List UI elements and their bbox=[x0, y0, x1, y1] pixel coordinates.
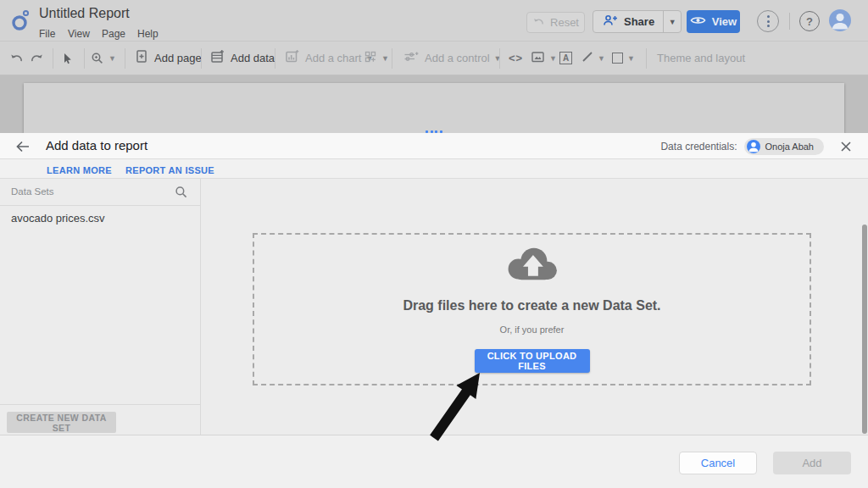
reset-button[interactable]: Reset bbox=[526, 12, 585, 33]
panel-title: Add data to report bbox=[46, 138, 147, 152]
theme-and-layout-button[interactable]: Theme and layout bbox=[657, 42, 745, 75]
add-data-panel: Add data to report Data credentials: Ono… bbox=[0, 133, 868, 488]
community-viz-caret: ▼ bbox=[381, 54, 389, 63]
image-icon bbox=[531, 50, 545, 67]
reset-undo-icon bbox=[532, 16, 545, 30]
click-to-upload-button[interactable]: CLICK TO UPLOAD FILES bbox=[475, 349, 590, 373]
create-new-dataset-button[interactable]: CREATE NEW DATA SET bbox=[7, 412, 116, 433]
embed-code-icon: <> bbox=[509, 52, 523, 64]
add-control-icon bbox=[403, 50, 419, 67]
cancel-button[interactable]: Cancel bbox=[679, 452, 757, 474]
help-button[interactable]: ? bbox=[799, 11, 820, 31]
close-icon[interactable] bbox=[836, 136, 856, 157]
shape-caret: ▼ bbox=[627, 54, 635, 63]
panel-header: Add data to report Data credentials: Ono… bbox=[0, 133, 868, 159]
text-box-icon: A bbox=[559, 52, 572, 64]
connector-links-row: LEARN MORE REPORT AN ISSUE bbox=[0, 159, 868, 179]
add-chart-icon bbox=[285, 49, 299, 67]
file-upload-dropzone[interactable]: Drag files here to create a new Data Set… bbox=[253, 233, 811, 385]
embed-url-button[interactable]: <> bbox=[509, 42, 523, 75]
vertical-scrollbar[interactable] bbox=[862, 225, 867, 434]
datasets-sidebar: Data Sets avocado prices.csv CREATE NEW … bbox=[0, 179, 201, 435]
add-data-icon bbox=[210, 49, 225, 67]
eye-icon bbox=[690, 15, 706, 28]
add-chart-button[interactable]: Add a chart ▼ bbox=[285, 42, 373, 75]
credentials-avatar bbox=[747, 140, 760, 153]
add-data-button[interactable]: Add data bbox=[210, 42, 275, 75]
zoom-dropdown-caret[interactable]: ▼ bbox=[108, 54, 116, 63]
app-header: Untitled Report File View Page Help Rese… bbox=[0, 0, 868, 41]
dropzone-heading: Drag files here to create a new Data Set… bbox=[403, 298, 660, 313]
line-caret: ▼ bbox=[598, 54, 605, 63]
shape-rectangle-icon bbox=[612, 53, 623, 64]
share-button-group: Share ▼ bbox=[593, 10, 682, 33]
account-avatar[interactable] bbox=[829, 9, 851, 31]
redo-button[interactable] bbox=[30, 42, 44, 75]
menu-file[interactable]: File bbox=[39, 28, 55, 40]
datasets-search-label: Data Sets bbox=[11, 186, 54, 197]
credentials-owner-chip[interactable]: Onoja Abah bbox=[744, 138, 825, 155]
report-an-issue-link[interactable]: REPORT AN ISSUE bbox=[125, 167, 214, 175]
dataset-list-item[interactable]: avocado prices.csv bbox=[0, 207, 200, 230]
insert-image-button[interactable]: ▼ bbox=[531, 42, 557, 75]
datasets-search-row[interactable]: Data Sets bbox=[0, 179, 200, 206]
more-options-button[interactable] bbox=[757, 10, 779, 32]
menu-help[interactable]: Help bbox=[137, 28, 159, 40]
image-caret: ▼ bbox=[549, 54, 557, 63]
learn-more-link[interactable]: LEARN MORE bbox=[47, 167, 112, 175]
add-control-caret: ▼ bbox=[494, 54, 502, 63]
credentials-label: Data credentials: bbox=[660, 141, 737, 152]
select-cursor-tool[interactable] bbox=[60, 42, 74, 75]
community-viz-icon bbox=[364, 50, 377, 67]
data-studio-logo-icon[interactable] bbox=[10, 8, 32, 36]
community-visualizations-button[interactable]: ▼ bbox=[364, 42, 389, 75]
appbar-divider bbox=[789, 13, 790, 30]
app-window: Untitled Report File View Page Help Rese… bbox=[0, 0, 868, 488]
data-credentials: Data credentials: Onoja Abah bbox=[660, 133, 824, 159]
insert-shape-button[interactable]: ▼ bbox=[612, 42, 635, 75]
add-control-button[interactable]: Add a control ▼ bbox=[403, 42, 502, 75]
person-add-icon bbox=[603, 14, 618, 30]
edit-toolbar: ▼ Add page Add data Add a chart ▼ bbox=[0, 41, 868, 75]
back-arrow-icon[interactable] bbox=[14, 137, 32, 156]
sheet-handle-dots bbox=[426, 130, 442, 133]
report-page[interactable] bbox=[24, 83, 844, 133]
share-button[interactable]: Share bbox=[593, 11, 663, 32]
upload-cloud-icon bbox=[504, 245, 560, 287]
add-page-icon bbox=[135, 49, 148, 67]
zoom-tool[interactable]: ▼ bbox=[91, 42, 116, 75]
panel-footer: Cancel Add bbox=[0, 435, 868, 488]
insert-line-button[interactable]: ▼ bbox=[581, 42, 605, 75]
menu-view[interactable]: View bbox=[68, 28, 90, 40]
insert-text-button[interactable]: A bbox=[559, 42, 572, 75]
credentials-user-name: Onoja Abah bbox=[765, 141, 815, 152]
share-dropdown-caret[interactable]: ▼ bbox=[663, 11, 681, 32]
sidebar-divider bbox=[0, 404, 200, 405]
line-icon bbox=[581, 51, 593, 66]
dropzone-subheading: Or, if you prefer bbox=[500, 324, 565, 335]
menu-page[interactable]: Page bbox=[102, 28, 125, 40]
report-canvas-area bbox=[0, 75, 868, 133]
add-page-button[interactable]: Add page bbox=[135, 42, 202, 75]
view-button[interactable]: View bbox=[687, 10, 740, 33]
undo-button[interactable] bbox=[9, 42, 24, 75]
report-title[interactable]: Untitled Report bbox=[39, 6, 130, 21]
add-button-disabled[interactable]: Add bbox=[773, 452, 851, 474]
search-icon[interactable] bbox=[175, 186, 188, 202]
